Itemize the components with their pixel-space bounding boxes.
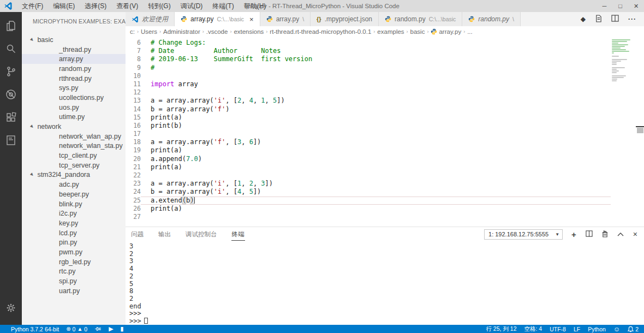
close-icon[interactable]: × bbox=[249, 16, 254, 23]
language-mode[interactable]: Python bbox=[588, 326, 606, 332]
editor[interactable]: 6# Change Logs:7# Date Author Notes8# 20… bbox=[126, 37, 644, 227]
encoding[interactable]: UTF-8 bbox=[550, 326, 566, 332]
code-line[interactable]: 22 bbox=[126, 171, 611, 180]
sidebar-item-pin-py[interactable]: pin.py bbox=[22, 237, 126, 247]
sidebar-item-tcp-server-py[interactable]: tcp_server.py bbox=[22, 160, 126, 170]
minimap[interactable] bbox=[611, 37, 636, 227]
debug-icon[interactable] bbox=[0, 83, 22, 106]
maximize-panel-icon[interactable] bbox=[617, 231, 624, 237]
code-line[interactable]: 13a = array.array('i', [2, 4, 1, 5]) bbox=[126, 97, 611, 105]
explorer-icon[interactable] bbox=[0, 14, 22, 37]
sidebar-item-rtthread-py[interactable]: rtthread.py bbox=[22, 74, 126, 84]
python-interpreter[interactable]: Python 3.7.2 64-bit bbox=[11, 326, 59, 332]
panel-tab-item[interactable]: 调试控制台 bbox=[185, 228, 218, 241]
code-line[interactable]: 16print(b) bbox=[126, 122, 611, 130]
breadcrumb-item-examples[interactable]: examples bbox=[377, 28, 404, 35]
minimize-button[interactable]: ─ bbox=[597, 0, 612, 12]
terminal-select[interactable]: 1: 192.168.12.75:5555 ▼ bbox=[484, 229, 563, 240]
panel-tab-item[interactable]: 终端 bbox=[231, 228, 245, 241]
sidebar-item-uos-py[interactable]: uos.py bbox=[22, 103, 126, 112]
sidebar-item-ucollections-py[interactable]: ucollections.py bbox=[22, 93, 126, 103]
sidebar-item-lcd-py[interactable]: lcd.py bbox=[22, 228, 126, 238]
sidebar-item-blink-py[interactable]: blink.py bbox=[22, 199, 126, 209]
sidebar-item-rgb-led-py[interactable]: rgb_led.py bbox=[22, 257, 126, 267]
close-panel-icon[interactable]: × bbox=[633, 230, 637, 238]
menubar-item-h[interactable]: 帮助(H) bbox=[239, 0, 271, 12]
code-line[interactable]: 12 bbox=[126, 88, 611, 97]
code-line[interactable]: 17 bbox=[126, 130, 611, 138]
breadcrumb-item-users[interactable]: Users bbox=[141, 28, 157, 35]
sidebar-item-basic[interactable]: ▶basic bbox=[22, 35, 126, 45]
code-line[interactable]: 9# bbox=[126, 64, 611, 72]
code-line[interactable]: 20a.append(7.0) bbox=[126, 155, 611, 163]
problems-indicator[interactable]: ⊗0 ▲0 bbox=[66, 326, 87, 332]
breadcrumb-item-basic[interactable]: basic bbox=[410, 28, 425, 35]
code-line[interactable]: 24b = array.array('i', [4, 5]) bbox=[126, 188, 611, 196]
menubar-item-d[interactable]: 调试(D) bbox=[176, 0, 208, 12]
tab-random-py[interactable]: random.pyC:\...\basic bbox=[379, 12, 462, 26]
sidebar-item-key-py[interactable]: key.py bbox=[22, 218, 126, 228]
sidebar-item-uart-py[interactable]: uart.py bbox=[22, 286, 126, 296]
code-line[interactable]: 10 bbox=[126, 72, 611, 80]
cursor-position[interactable]: 行 25, 列 12 bbox=[486, 325, 516, 333]
menubar-item-s[interactable]: 选择(S) bbox=[80, 0, 111, 12]
more-actions-icon[interactable]: ··· bbox=[628, 15, 636, 23]
code-line[interactable]: 19print(a) bbox=[126, 146, 611, 154]
connect-device-icon[interactable] bbox=[94, 326, 102, 332]
code-line[interactable]: 7# Date Author Notes bbox=[126, 47, 611, 55]
sidebar-item-spi-py[interactable]: spi.py bbox=[22, 276, 126, 286]
menubar-item-f[interactable]: 文件(F) bbox=[17, 0, 48, 12]
sidebar-item-thread-py[interactable]: _thread.py bbox=[22, 45, 126, 55]
tab-array-py[interactable]: array.py\ bbox=[260, 12, 311, 26]
breadcrumb-item-vscode[interactable]: .vscode bbox=[206, 28, 228, 35]
eol-sequence[interactable]: LF bbox=[574, 326, 580, 332]
feedback-smiley-icon[interactable]: ☺ bbox=[613, 326, 620, 332]
indentation[interactable]: 空格: 4 bbox=[524, 325, 542, 333]
close-button[interactable]: ✕ bbox=[628, 0, 644, 12]
sidebar-item-i2c-py[interactable]: i2c.py bbox=[22, 209, 126, 218]
code-line[interactable]: 27 bbox=[126, 213, 611, 221]
code-line[interactable]: 25a.extend(b) bbox=[126, 197, 611, 205]
code-line[interactable]: 6# Change Logs: bbox=[126, 39, 611, 47]
stop-icon[interactable]: ▮ bbox=[121, 326, 124, 332]
sidebar-item-rtc-py[interactable]: rtc.py bbox=[22, 267, 126, 277]
code-line[interactable]: 23a = array.array('i', [1, 2, 3]) bbox=[126, 180, 611, 188]
tab-array-py[interactable]: array.pyC:\...\basic× bbox=[175, 12, 260, 26]
micropython-examples-icon[interactable] bbox=[0, 129, 22, 152]
source-control-icon[interactable] bbox=[0, 60, 22, 83]
code-line[interactable]: 14b = array.array('f') bbox=[126, 105, 611, 114]
sidebar-item-tcp-client-py[interactable]: tcp_client.py bbox=[22, 151, 126, 160]
breadcrumb-item-administrator[interactable]: Administrator bbox=[163, 28, 200, 35]
sidebar-item-random-py[interactable]: random.py bbox=[22, 64, 126, 74]
menubar-item-g[interactable]: 转到(G) bbox=[143, 0, 175, 12]
new-terminal-icon[interactable]: + bbox=[571, 230, 576, 239]
scrollbar-thumb[interactable] bbox=[637, 128, 643, 133]
tab-item[interactable]: 欢迎使用 bbox=[126, 12, 175, 26]
menubar-item-e[interactable]: 编辑(E) bbox=[48, 0, 80, 12]
settings-gear-icon[interactable] bbox=[0, 296, 22, 319]
code-line[interactable]: 8# 2019-06-13 SummerGift first version bbox=[126, 55, 611, 63]
maximize-button[interactable]: □ bbox=[612, 0, 628, 12]
open-preview-icon[interactable] bbox=[595, 15, 602, 24]
sidebar-item-pwm-py[interactable]: pwm.py bbox=[22, 247, 126, 257]
split-terminal-icon[interactable] bbox=[586, 230, 593, 238]
sidebar-item-utime-py[interactable]: utime.py bbox=[22, 112, 126, 122]
menubar-item-t[interactable]: 终端(T) bbox=[207, 0, 238, 12]
sidebar-item-sys-py[interactable]: sys.py bbox=[22, 83, 126, 93]
panel-tab-item[interactable]: 问题 bbox=[130, 228, 144, 241]
notifications-bell[interactable]: 2 bbox=[628, 326, 639, 332]
sidebar-item-array-py[interactable]: array.py bbox=[22, 54, 126, 64]
sidebar-item-stm32l4-pandora[interactable]: ▶stm32l4_pandora bbox=[22, 170, 126, 180]
breadcrumb-item-extensions[interactable]: extensions bbox=[234, 28, 264, 35]
code-line[interactable]: 15print(a) bbox=[126, 114, 611, 122]
menubar-item-v[interactable]: 查看(V) bbox=[111, 0, 143, 12]
breadcrumb-item-array-py[interactable]: array.py bbox=[431, 28, 461, 35]
breadcrumb-item-c[interactable]: c: bbox=[130, 28, 135, 35]
terminal[interactable]: 32342582end>>>>>> bbox=[126, 241, 644, 325]
split-editor-icon[interactable] bbox=[611, 15, 619, 23]
sidebar-item-adc-py[interactable]: adc.py bbox=[22, 180, 126, 189]
tab-mpyproject-json[interactable]: {}.mpyproject.json bbox=[311, 12, 379, 26]
tab-random-py[interactable]: random.py\ bbox=[462, 12, 521, 26]
sidebar-item-network[interactable]: ▶network bbox=[22, 122, 126, 132]
extensions-icon[interactable] bbox=[0, 106, 22, 129]
